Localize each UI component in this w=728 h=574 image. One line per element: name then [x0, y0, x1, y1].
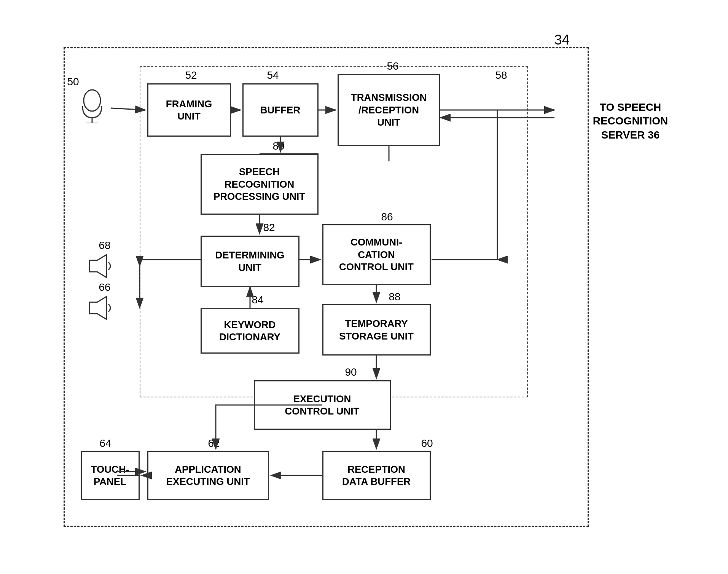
box-reception: RECEPTIONDATA BUFFER — [322, 451, 431, 500]
ref-58: 58 — [495, 69, 507, 81]
svg-marker-3 — [89, 255, 107, 277]
page: 34 58 50 68 — [0, 0, 728, 574]
ref-60: 60 — [421, 437, 433, 450]
ref-88: 88 — [389, 291, 401, 303]
ref-56: 56 — [387, 60, 399, 72]
ref-84: 84 — [252, 294, 264, 306]
box-execution: EXECUTIONCONTROL UNIT — [254, 380, 391, 430]
speaker-66: 66 — [86, 295, 116, 323]
ref-90: 90 — [345, 366, 357, 378]
box-buffer: BUFFER — [242, 83, 319, 137]
microphone-icon: 50 — [79, 89, 105, 125]
ref-50: 50 — [67, 76, 79, 88]
ref-52: 52 — [185, 69, 197, 81]
box-keyword: KEYWORDDICTIONARY — [201, 308, 299, 354]
ref-62: 62 — [208, 437, 220, 450]
ref-34: 34 — [554, 32, 570, 48]
svg-point-0 — [84, 90, 100, 111]
server-label: TO SPEECHRECOGNITIONSERVER 36 — [577, 100, 684, 142]
ref-80: 80 — [273, 140, 285, 152]
svg-marker-4 — [89, 297, 107, 319]
box-framing: FRAMINGUNIT — [147, 83, 231, 137]
diagram-container: 34 58 50 68 — [41, 24, 688, 550]
speaker-68: 68 — [86, 253, 116, 281]
box-temporary: TEMPORARYSTORAGE UNIT — [322, 304, 431, 356]
ref-68: 68 — [99, 239, 111, 252]
ref-66: 66 — [99, 281, 111, 293]
ref-82: 82 — [263, 222, 275, 234]
ref-54: 54 — [267, 69, 279, 81]
ref-86: 86 — [381, 211, 393, 223]
box-determining: DETERMININGUNIT — [201, 236, 299, 287]
ref-64: 64 — [100, 437, 112, 450]
box-communication: COMMUNI-CATIONCONTROL UNIT — [322, 224, 431, 285]
box-application: APPLICATIONEXECUTING UNIT — [147, 451, 269, 500]
box-touchpanel: TOUCH-PANEL — [81, 451, 140, 500]
box-transmission: TRANSMISSION/RECEPTIONUNIT — [338, 74, 440, 146]
box-speech-recog: SPEECHRECOGNITIONPROCESSING UNIT — [201, 154, 319, 215]
